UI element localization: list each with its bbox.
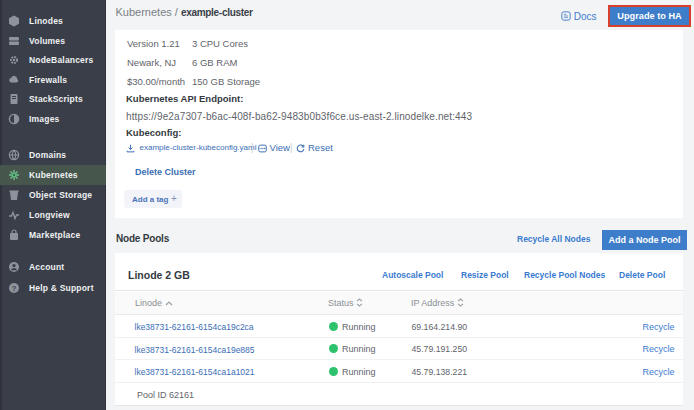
svg-text:?: ?	[12, 284, 17, 293]
